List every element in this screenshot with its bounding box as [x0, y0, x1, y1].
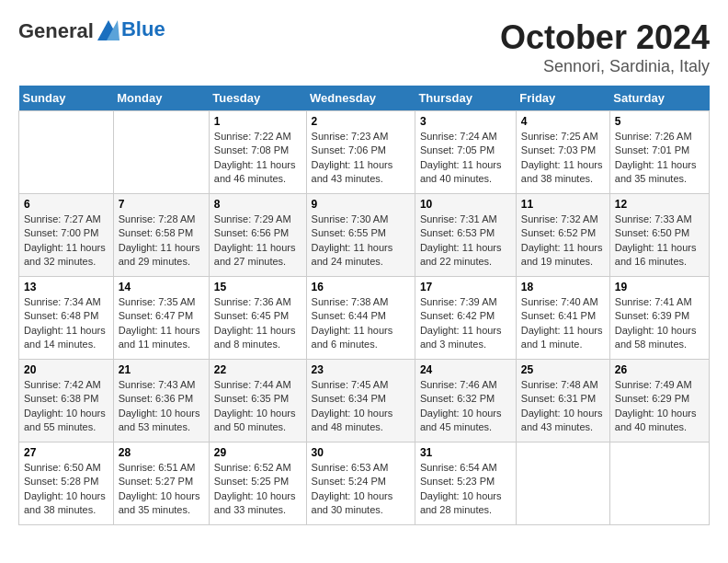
- day-info: Sunrise: 6:53 AM Sunset: 5:24 PM Dayligh…: [312, 461, 410, 518]
- calendar-cell: 20 Sunrise: 7:42 AM Sunset: 6:38 PM Dayl…: [19, 360, 114, 442]
- calendar-cell: 8 Sunrise: 7:29 AM Sunset: 6:56 PM Dayli…: [209, 194, 306, 277]
- sunset: Sunset: 6:36 PM: [119, 393, 193, 404]
- daylight: Daylight: 11 hours and 32 minutes.: [24, 242, 106, 267]
- day-info: Sunrise: 7:40 AM Sunset: 6:41 PM Dayligh…: [521, 295, 605, 352]
- sunrise: Sunrise: 7:29 AM: [214, 213, 291, 224]
- day-number: 8: [214, 198, 301, 211]
- sunrise: Sunrise: 7:43 AM: [119, 379, 196, 390]
- header-sunday: Sunday: [19, 86, 114, 111]
- day-info: Sunrise: 7:39 AM Sunset: 6:42 PM Dayligh…: [420, 295, 511, 352]
- sunrise: Sunrise: 7:38 AM: [312, 296, 389, 307]
- sunset: Sunset: 7:08 PM: [214, 144, 289, 155]
- day-number: 14: [119, 281, 204, 293]
- sunset: Sunset: 6:39 PM: [615, 310, 689, 321]
- sunset: Sunset: 6:29 PM: [615, 393, 689, 404]
- sunrise: Sunrise: 7:39 AM: [420, 296, 497, 307]
- calendar-week-row: 27 Sunrise: 6:50 AM Sunset: 5:28 PM Dayl…: [19, 442, 710, 525]
- daylight: Daylight: 11 hours and 29 minutes.: [119, 242, 200, 267]
- logo: General Blue: [18, 18, 165, 44]
- sunset: Sunset: 7:01 PM: [615, 144, 689, 155]
- sunset: Sunset: 7:06 PM: [312, 144, 386, 155]
- day-number: 3: [420, 115, 511, 128]
- daylight: Daylight: 10 hours and 58 minutes.: [615, 325, 697, 350]
- day-info: Sunrise: 7:42 AM Sunset: 6:38 PM Dayligh…: [24, 378, 108, 435]
- daylight: Daylight: 10 hours and 48 minutes.: [312, 408, 393, 432]
- calendar-cell: [516, 442, 609, 525]
- daylight: Daylight: 11 hours and 24 minutes.: [312, 242, 393, 267]
- sunset: Sunset: 6:41 PM: [521, 310, 596, 321]
- day-info: Sunrise: 6:52 AM Sunset: 5:25 PM Dayligh…: [214, 461, 301, 518]
- daylight: Daylight: 10 hours and 53 minutes.: [119, 408, 200, 432]
- calendar-week-row: 6 Sunrise: 7:27 AM Sunset: 7:00 PM Dayli…: [19, 194, 710, 277]
- sunset: Sunset: 6:50 PM: [615, 227, 689, 238]
- day-info: Sunrise: 7:28 AM Sunset: 6:58 PM Dayligh…: [119, 213, 204, 270]
- calendar-cell: [19, 111, 114, 194]
- calendar-cell: 26 Sunrise: 7:49 AM Sunset: 6:29 PM Dayl…: [609, 360, 709, 442]
- daylight: Daylight: 11 hours and 8 minutes.: [214, 325, 296, 350]
- header-wednesday: Wednesday: [306, 86, 415, 111]
- day-info: Sunrise: 7:41 AM Sunset: 6:39 PM Dayligh…: [615, 295, 704, 352]
- sunset: Sunset: 6:31 PM: [521, 393, 596, 404]
- calendar-cell: 16 Sunrise: 7:38 AM Sunset: 6:44 PM Dayl…: [306, 277, 415, 360]
- sunrise: Sunrise: 7:24 AM: [420, 131, 497, 142]
- calendar-cell: [609, 442, 709, 525]
- sunrise: Sunrise: 7:26 AM: [615, 131, 692, 142]
- day-number: 22: [214, 363, 301, 376]
- day-info: Sunrise: 7:24 AM Sunset: 7:05 PM Dayligh…: [420, 130, 511, 187]
- sunrise: Sunrise: 7:42 AM: [24, 379, 101, 390]
- day-number: 13: [24, 281, 108, 293]
- daylight: Daylight: 11 hours and 14 minutes.: [24, 325, 106, 350]
- day-number: 2: [312, 115, 410, 128]
- page-title: October 2024: [500, 18, 710, 57]
- sunrise: Sunrise: 7:41 AM: [615, 296, 692, 307]
- sunrise: Sunrise: 7:45 AM: [312, 379, 389, 390]
- calendar-cell: 2 Sunrise: 7:23 AM Sunset: 7:06 PM Dayli…: [306, 111, 415, 194]
- daylight: Daylight: 10 hours and 33 minutes.: [214, 490, 296, 515]
- sunrise: Sunrise: 7:28 AM: [119, 213, 196, 224]
- day-number: 24: [420, 363, 511, 376]
- sunset: Sunset: 6:42 PM: [420, 310, 495, 321]
- sunset: Sunset: 7:03 PM: [521, 144, 596, 155]
- day-number: 9: [312, 198, 410, 211]
- sunset: Sunset: 6:35 PM: [214, 393, 289, 404]
- daylight: Daylight: 11 hours and 40 minutes.: [420, 159, 502, 184]
- day-number: 10: [420, 198, 511, 211]
- day-info: Sunrise: 7:27 AM Sunset: 7:00 PM Dayligh…: [24, 213, 108, 270]
- header-tuesday: Tuesday: [209, 86, 306, 111]
- daylight: Daylight: 10 hours and 38 minutes.: [24, 490, 106, 515]
- sunrise: Sunrise: 6:51 AM: [119, 462, 196, 473]
- sunrise: Sunrise: 7:48 AM: [521, 379, 598, 390]
- sunrise: Sunrise: 7:44 AM: [214, 379, 291, 390]
- day-info: Sunrise: 7:23 AM Sunset: 7:06 PM Dayligh…: [312, 130, 410, 187]
- day-info: Sunrise: 7:38 AM Sunset: 6:44 PM Dayligh…: [312, 295, 410, 352]
- sunset: Sunset: 5:25 PM: [214, 476, 289, 487]
- day-number: 5: [615, 115, 704, 128]
- calendar-cell: 4 Sunrise: 7:25 AM Sunset: 7:03 PM Dayli…: [516, 111, 609, 194]
- sunset: Sunset: 7:05 PM: [420, 144, 495, 155]
- header-thursday: Thursday: [415, 86, 516, 111]
- daylight: Daylight: 10 hours and 28 minutes.: [420, 490, 502, 515]
- daylight: Daylight: 11 hours and 35 minutes.: [615, 159, 697, 184]
- day-number: 29: [214, 446, 301, 459]
- day-number: 28: [119, 446, 204, 459]
- sunrise: Sunrise: 7:25 AM: [521, 131, 598, 142]
- day-info: Sunrise: 7:32 AM Sunset: 6:52 PM Dayligh…: [521, 213, 605, 270]
- sunset: Sunset: 6:38 PM: [24, 393, 98, 404]
- sunrise: Sunrise: 7:22 AM: [214, 131, 291, 142]
- day-number: 21: [119, 363, 204, 376]
- page-subtitle: Sennori, Sardinia, Italy: [500, 57, 710, 76]
- daylight: Daylight: 10 hours and 45 minutes.: [420, 408, 502, 432]
- daylight: Daylight: 10 hours and 30 minutes.: [312, 490, 393, 515]
- sunset: Sunset: 5:23 PM: [420, 476, 495, 487]
- calendar-cell: [113, 111, 209, 194]
- daylight: Daylight: 10 hours and 43 minutes.: [521, 408, 603, 432]
- day-number: 26: [615, 363, 704, 376]
- day-info: Sunrise: 7:29 AM Sunset: 6:56 PM Dayligh…: [214, 213, 301, 270]
- calendar-cell: 24 Sunrise: 7:46 AM Sunset: 6:32 PM Dayl…: [415, 360, 516, 442]
- day-info: Sunrise: 7:46 AM Sunset: 6:32 PM Dayligh…: [420, 378, 511, 435]
- daylight: Daylight: 10 hours and 40 minutes.: [615, 408, 697, 432]
- day-number: 17: [420, 281, 511, 293]
- sunrise: Sunrise: 7:49 AM: [615, 379, 692, 390]
- day-info: Sunrise: 7:35 AM Sunset: 6:47 PM Dayligh…: [119, 295, 204, 352]
- calendar-week-row: 13 Sunrise: 7:34 AM Sunset: 6:48 PM Dayl…: [19, 277, 710, 360]
